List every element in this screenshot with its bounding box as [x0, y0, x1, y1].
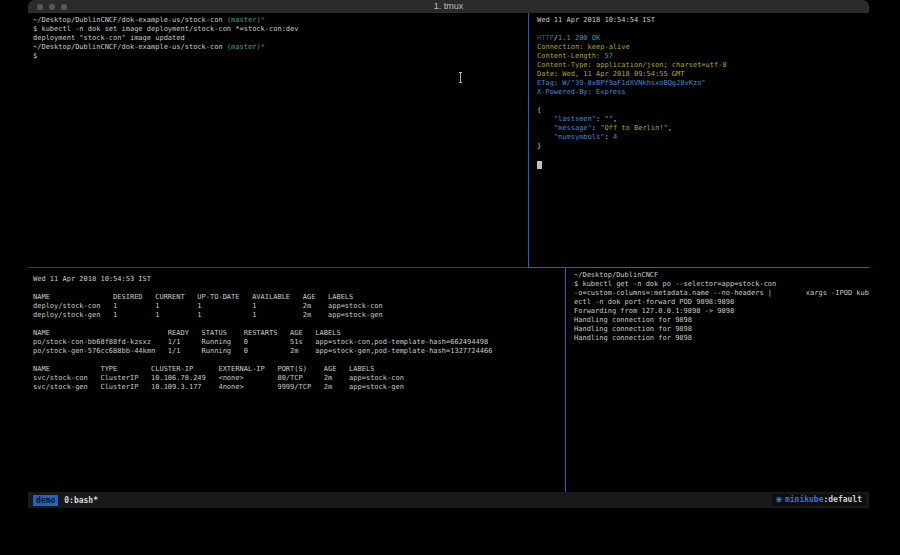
http-proto: HTTP — [537, 34, 554, 42]
services-table: NAME TYPE CLUSTER-IP EXTERNAL-IP PORT(S)… — [33, 365, 565, 392]
tmux-status-bar: demo 0:bash* ⎈ minikube:default — [28, 492, 869, 508]
timestamp: Wed 11 Apr 2018 10:54:53 IST — [33, 275, 565, 284]
json-value: "Off to Berlin!" — [600, 124, 667, 132]
json-key: "lastseen" — [537, 115, 596, 123]
git-dirty-star: * — [261, 43, 265, 51]
window-tab-bash[interactable]: 0:bash* — [64, 496, 98, 505]
minimize-button[interactable] — [49, 4, 55, 10]
http-header: Date: Wed, 11 Apr 2018 09:54:55 GMT — [537, 70, 869, 79]
timestamp: Wed 11 Apr 2018 10:54:54 IST — [537, 16, 869, 25]
header-name: ETag: — [537, 79, 558, 87]
helm-wheel-icon: ⎈ — [776, 495, 785, 504]
header-value: keep-alive — [583, 43, 629, 51]
json-key: "message" — [537, 124, 592, 132]
prompt-char: $ — [33, 52, 528, 61]
session-name-badge: demo — [33, 495, 58, 506]
pane-divider-vertical-top[interactable] — [528, 13, 529, 268]
command-output: deployment "stock-con" image updated — [33, 34, 528, 43]
prompt-path: ~/Desktop/DublinCNCF/dok-example-us/stoc… — [33, 16, 227, 24]
http-version-code: 1.1 200 — [558, 34, 592, 42]
http-header: Connection: keep-alive — [537, 43, 869, 52]
command-line: $ kubectl -n dok set image deployment/st… — [33, 25, 528, 34]
header-value: Express — [592, 88, 626, 96]
terminal-window: 1. tmux ~/Desktop/DublinCNCF/dok-example… — [28, 0, 869, 510]
header-value: 57 — [600, 52, 613, 60]
header-name: Connection: — [537, 43, 583, 51]
json-brace-close: } — [537, 142, 869, 151]
json-kv: "message": "Off to Berlin!", — [537, 124, 869, 133]
http-status-line: HTTP/1.1 200 OK — [537, 34, 869, 43]
text-cursor-pointer — [458, 72, 463, 83]
window-title: 1. tmux — [28, 0, 869, 13]
prompt-line: ~/Desktop/DublinCNCF/dok-example-us/stoc… — [33, 43, 528, 52]
json-brace-open: { — [537, 106, 869, 115]
json-kv: "numsymbols": 4 — [537, 133, 869, 142]
json-value: "" — [604, 115, 612, 123]
http-header: X-Powered-By: Express — [537, 88, 869, 97]
http-header: Content-Length: 57 — [537, 52, 869, 61]
git-branch: (master) — [227, 16, 261, 24]
http-header: ETag: W/"39-0xBPf9aF1dXVNkhsxoBQgJ8vKzo" — [537, 79, 869, 88]
prompt-path: ~/Desktop/DublinCNCF/dok-example-us/stoc… — [33, 43, 227, 51]
http-header: Content-Type: application/json; charset=… — [537, 61, 869, 70]
prompt-line: ~/Desktop/DublinCNCF/dok-example-us/stoc… — [33, 16, 528, 25]
header-name: X-Powered-By: — [537, 88, 592, 96]
pane-top-right[interactable]: Wed 11 Apr 2018 10:54:54 IST HTTP/1.1 20… — [529, 13, 869, 267]
pane-bottom-right[interactable]: ~/Desktop/DublinCNCF $ kubectl get -n do… — [566, 268, 869, 492]
http-reason: OK — [592, 34, 600, 42]
git-branch: (master) — [227, 43, 261, 51]
terminal-content: ~/Desktop/DublinCNCF/dok-example-us/stoc… — [28, 13, 869, 510]
pods-table: NAME READY STATUS RESTARTS AGE LABELS po… — [33, 329, 565, 356]
titlebar[interactable]: 1. tmux — [28, 0, 869, 13]
header-name: Date: — [537, 70, 558, 78]
header-name: Content-Length: — [537, 52, 600, 60]
port-forward-output: ~/Desktop/DublinCNCF $ kubectl get -n do… — [574, 271, 869, 343]
cursor-line — [537, 160, 869, 169]
traffic-lights — [37, 4, 67, 10]
git-dirty-star: * — [261, 16, 265, 24]
pane-bottom-left[interactable]: Wed 11 Apr 2018 10:54:53 IST NAME DESIRE… — [28, 268, 565, 492]
json-value: 4 — [613, 133, 617, 141]
pane-top-left[interactable]: ~/Desktop/DublinCNCF/dok-example-us/stoc… — [28, 13, 528, 267]
json-key: "numsymbols" — [537, 133, 604, 141]
header-value: application/json; charset=utf-8 — [592, 61, 727, 69]
deployments-table: NAME DESIRED CURRENT UP-TO-DATE AVAILABL… — [33, 293, 565, 320]
zoom-button[interactable] — [61, 4, 67, 10]
header-name: Content-Type: — [537, 61, 592, 69]
kube-namespace: :default — [823, 495, 862, 504]
kube-context: minikube — [785, 495, 824, 504]
terminal-cursor — [537, 161, 542, 169]
kube-context-chip: ⎈ minikube:default — [772, 494, 866, 506]
header-value: Wed, 11 Apr 2018 09:54:55 GMT — [558, 70, 684, 78]
json-kv: "lastseen": "", — [537, 115, 869, 124]
close-button[interactable] — [37, 4, 43, 10]
header-value: W/"39-0xBPf9aF1dXVNkhsxoBQgJ8vKzo" — [558, 79, 706, 87]
